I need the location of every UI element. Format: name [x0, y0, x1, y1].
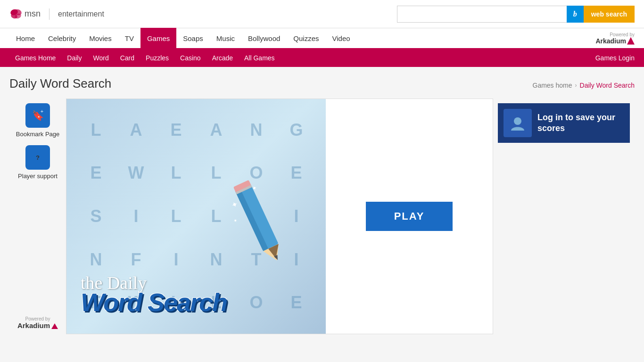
support-label: Player support	[18, 173, 58, 180]
main-nav: Home Celebrity Movies TV Games Soaps Mus…	[0, 28, 644, 49]
games-nav-puzzles[interactable]: Puzzles	[140, 49, 174, 67]
nav-games[interactable]: Games	[140, 28, 176, 49]
msn-text: msn	[25, 9, 41, 19]
svg-text:✦: ✦	[230, 199, 239, 209]
sidebar-arkadium: Arkadium	[17, 321, 58, 329]
game-container: L A E A N G E W L L O E S I L L T	[66, 99, 493, 334]
arkadium-branding: Powered by Arkadium	[595, 32, 635, 45]
header-divider	[49, 8, 50, 20]
grid-cell: E	[76, 152, 116, 195]
arkadium-name: Arkadium	[595, 37, 626, 45]
play-button[interactable]: PLAY	[366, 202, 453, 231]
support-icon-box: ?	[25, 145, 50, 170]
grid-cell: E	[276, 152, 316, 195]
breadcrumb: Games home › Daily Word Search	[533, 82, 635, 89]
game-image-area: L A E A N G E W L L O E S I L L T	[66, 99, 326, 334]
grid-cell: A	[196, 108, 236, 152]
bookmark-button[interactable]: 🔖 + Bookmark Page	[16, 103, 60, 138]
breadcrumb-home[interactable]: Games home	[533, 82, 572, 89]
games-nav-casino[interactable]: Casino	[174, 49, 206, 67]
game-title-overlay: the Daily Word Search	[81, 272, 312, 315]
search-area: b web search	[397, 6, 635, 23]
grid-cell: L	[156, 152, 196, 195]
sidebar-left: 🔖 + Bookmark Page ? Player support Power…	[9, 99, 66, 334]
login-thumbnail	[504, 109, 532, 137]
game-play-area: PLAY	[326, 99, 493, 334]
games-nav-arcade[interactable]: Arcade	[206, 49, 239, 67]
sidebar-arkadium-icon	[51, 322, 58, 329]
search-input[interactable]	[397, 6, 567, 23]
grid-cell: L	[156, 195, 196, 238]
breadcrumb-current: Daily Word Search	[580, 82, 635, 89]
page-content: Daily Word Search Games home › Daily Wor…	[0, 67, 644, 344]
breadcrumb-separator: ›	[575, 82, 577, 89]
grid-cell: G	[276, 108, 316, 152]
svg-point-14	[514, 117, 521, 125]
grid-cell: S	[76, 195, 116, 238]
games-nav-card[interactable]: Card	[115, 49, 140, 67]
nav-movies[interactable]: Movies	[83, 28, 118, 49]
grid-cell: I	[116, 195, 156, 238]
login-banner[interactable]: Log in to save your scores	[498, 103, 630, 143]
bookmark-label: Bookmark Page	[16, 131, 60, 138]
game-main-title: Word Search	[81, 288, 227, 316]
nav-celebrity[interactable]: Celebrity	[41, 28, 83, 49]
logo-area: msn entertainment	[9, 8, 104, 21]
games-nav-word[interactable]: Word	[87, 49, 114, 67]
support-icon: ?	[36, 154, 40, 161]
top-header: msn entertainment b web search	[0, 0, 644, 28]
grid-cell: A	[116, 108, 156, 152]
games-nav-daily[interactable]: Daily	[61, 49, 87, 67]
entertainment-label: entertainment	[58, 10, 104, 18]
msn-logo: msn	[9, 8, 41, 21]
games-nav-all[interactable]: All Games	[239, 49, 281, 67]
game-wrapper: 🔖 + Bookmark Page ? Player support Power…	[9, 99, 635, 334]
grid-cell: W	[116, 152, 156, 195]
powered-by-text: Powered by	[595, 32, 635, 37]
login-icon	[509, 115, 526, 132]
bing-search-button[interactable]: b	[567, 6, 584, 23]
nav-music[interactable]: Music	[210, 28, 241, 49]
nav-soaps[interactable]: Soaps	[176, 28, 210, 49]
svg-text:✦: ✦	[232, 217, 238, 223]
web-search-button[interactable]: web search	[584, 6, 635, 23]
games-nav-home[interactable]: Games Home	[9, 49, 61, 67]
nav-bollywood[interactable]: Bollywood	[241, 28, 287, 49]
nav-tv[interactable]: TV	[118, 28, 140, 49]
grid-cell: L	[76, 108, 116, 152]
sidebar-footer: Powered by Arkadium	[17, 297, 58, 329]
msn-butterfly-icon	[9, 8, 23, 21]
games-nav: Games Home Daily Word Card Puzzles Casin…	[0, 49, 644, 67]
sidebar-powered-by: Powered by	[17, 316, 58, 321]
sidebar-right: Log in to save your scores	[493, 99, 635, 334]
nav-home[interactable]: Home	[9, 28, 41, 49]
nav-quizzes[interactable]: Quizzes	[287, 28, 325, 49]
bookmark-icon-box: 🔖 +	[25, 103, 50, 128]
nav-video[interactable]: Video	[326, 28, 357, 49]
login-text: Log in to save your scores	[537, 112, 624, 134]
grid-cell: E	[156, 108, 196, 152]
grid-cell: N	[236, 108, 276, 152]
games-login-button[interactable]: Games Login	[595, 54, 635, 62]
player-support-button[interactable]: ? Player support	[18, 145, 58, 180]
arkadium-icon	[627, 37, 635, 45]
bing-icon: b	[573, 10, 577, 18]
